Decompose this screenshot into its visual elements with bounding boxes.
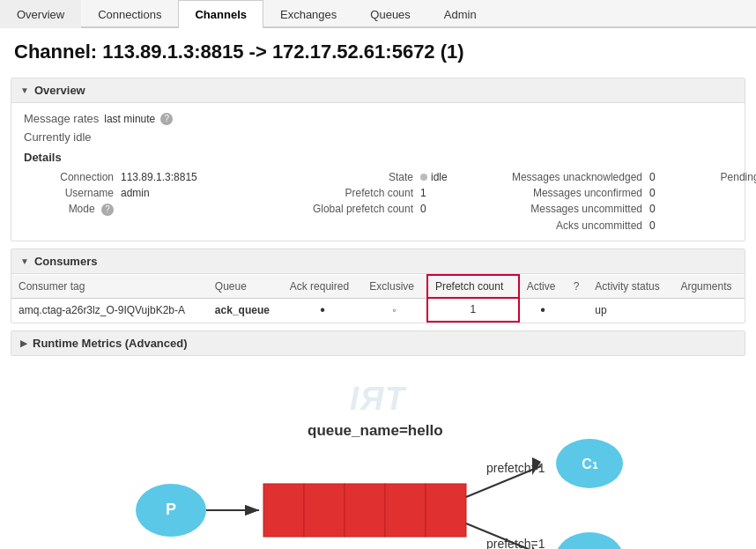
username-key: Username	[24, 187, 121, 199]
details-grid: Connection 113.89.1.3:8815 State idle Me…	[24, 171, 732, 232]
message-rates-row: Message rates last minute ?	[24, 112, 732, 125]
consumer2-shape	[556, 532, 623, 550]
col-arguments: Arguments	[673, 275, 745, 298]
runtime-section-header[interactable]: ▶ Runtime Metrics (Advanced)	[11, 331, 745, 355]
arguments-cell	[673, 298, 745, 322]
message-rates-value: last minute	[104, 113, 155, 125]
queue-name: ack_queue	[215, 304, 270, 316]
msg-unack-val: 0	[649, 171, 702, 183]
msg-uncommitted-key: Messages uncommitted	[473, 203, 649, 215]
consumers-section-header[interactable]: ▼ Consumers	[11, 249, 745, 274]
active-cell: •	[519, 298, 567, 322]
queue-box-2	[304, 484, 345, 537]
exclusive-cell: ◦	[362, 298, 427, 322]
message-rates-label: Message rates	[24, 112, 99, 125]
overview-section-header[interactable]: ▼ Overview	[11, 78, 745, 103]
svg-text:queue_name=hello: queue_name=hello	[308, 422, 443, 439]
diagram-svg: queue_name=hello P prefetch=1 prefetch=1	[92, 409, 664, 550]
nav-queues[interactable]: Queues	[353, 0, 427, 28]
runtime-section-title: Runtime Metrics (Advanced)	[33, 337, 188, 350]
msg-unconfirmed-key: Messages unconfirmed	[473, 187, 649, 199]
msg-unack-key: Messages unacknowledged	[473, 171, 649, 183]
diagram-svg-wrapper: queue_name=hello P prefetch=1 prefetch=1	[92, 409, 664, 550]
acks-uncommitted-val: 0	[649, 219, 702, 232]
diagram-watermark: IЯT	[350, 381, 406, 418]
active-help-cell	[567, 298, 589, 322]
overview-section-body: Message rates last minute ? Currently id…	[11, 103, 745, 241]
nav-exchanges[interactable]: Exchanges	[263, 0, 353, 28]
diagram-area: IЯT queue_name=hello P p	[0, 363, 756, 550]
runtime-section: ▶ Runtime Metrics (Advanced)	[11, 330, 745, 356]
state-key: State	[297, 171, 420, 183]
nav-admin[interactable]: Admin	[427, 0, 493, 28]
consumers-table-header-row: Consumer tag Queue Ack required Exclusiv…	[11, 275, 745, 298]
overview-collapse-arrow: ▼	[20, 85, 29, 95]
queue-box-4	[385, 484, 426, 537]
nav-overview[interactable]: Overview	[0, 0, 81, 28]
msg-uncommitted-val: 0	[649, 203, 702, 215]
global-prefetch-val: 0	[420, 203, 473, 215]
col-consumer-tag: Consumer tag	[11, 275, 208, 298]
prefetch-count-key: Prefetch count	[297, 187, 420, 199]
overview-section-title: Overview	[34, 84, 85, 97]
prefetch-count-cell: 1	[427, 298, 519, 322]
consumers-table: Consumer tag Queue Ack required Exclusiv…	[11, 274, 745, 323]
details-label: Details	[24, 151, 732, 164]
col-queue: Queue	[208, 275, 283, 298]
consumers-collapse-arrow: ▼	[20, 256, 29, 266]
navigation: Overview Connections Channels Exchanges …	[0, 0, 756, 28]
consumers-section: ▼ Consumers Consumer tag Queue Ack requi…	[11, 249, 745, 323]
consumers-section-title: Consumers	[34, 255, 98, 268]
page-title: Channel: 113.89.1.3:8815 -> 172.17.52.61…	[0, 28, 756, 70]
state-dot	[420, 174, 427, 181]
col-active-help: ?	[567, 275, 589, 298]
nav-channels[interactable]: Channels	[178, 0, 263, 28]
consumers-section-body: Consumer tag Queue Ack required Exclusiv…	[11, 274, 745, 323]
msg-unconfirmed-val: 0	[649, 187, 702, 199]
consumer-tag-cell: amq.ctag-a26r3lz_O-9IQVujbK2b-A	[11, 298, 208, 322]
table-row: amq.ctag-a26r3lz_O-9IQVujbK2b-A ack_queu…	[11, 298, 745, 322]
col-exclusive: Exclusive	[362, 275, 427, 298]
acks-uncommitted-key: Acks uncommitted	[473, 219, 649, 232]
col-active: Active	[519, 275, 567, 298]
message-rates-help-icon[interactable]: ?	[160, 113, 173, 125]
currently-idle-label: Currently idle	[24, 130, 732, 144]
pending-raft-key: Pending Raft commands	[702, 171, 756, 183]
overview-section: ▼ Overview Message rates last minute ? C…	[11, 78, 745, 241]
nav-connections[interactable]: Connections	[81, 0, 178, 28]
queue-box-1	[263, 484, 304, 537]
state-val: idle	[420, 171, 473, 183]
col-activity-status: Activity status	[588, 275, 673, 298]
username-val: admin	[121, 187, 297, 199]
prefetch1-label: prefetch=1	[486, 461, 545, 475]
queue-cell: ack_queue	[208, 298, 283, 322]
queue-box-3	[345, 484, 385, 537]
connection-val: 113.89.1.3:8815	[121, 171, 297, 183]
prefetch2-label: prefetch=1	[486, 537, 545, 550]
consumer1-label: C₁	[582, 456, 598, 471]
connection-key: Connection	[24, 171, 121, 183]
col-ack-required: Ack required	[283, 275, 363, 298]
col-prefetch-count: Prefetch count	[427, 275, 519, 298]
prefetch-count-val: 1	[420, 187, 473, 199]
mode-help-icon[interactable]: ?	[101, 204, 114, 216]
mode-key: Mode ?	[24, 203, 121, 216]
producer-label: P	[166, 501, 176, 518]
global-prefetch-key: Global prefetch count	[297, 203, 420, 215]
ack-required-cell: •	[283, 298, 363, 322]
activity-status-cell: up	[588, 298, 673, 322]
queue-box-5	[426, 484, 466, 537]
runtime-expand-arrow: ▶	[20, 338, 27, 348]
